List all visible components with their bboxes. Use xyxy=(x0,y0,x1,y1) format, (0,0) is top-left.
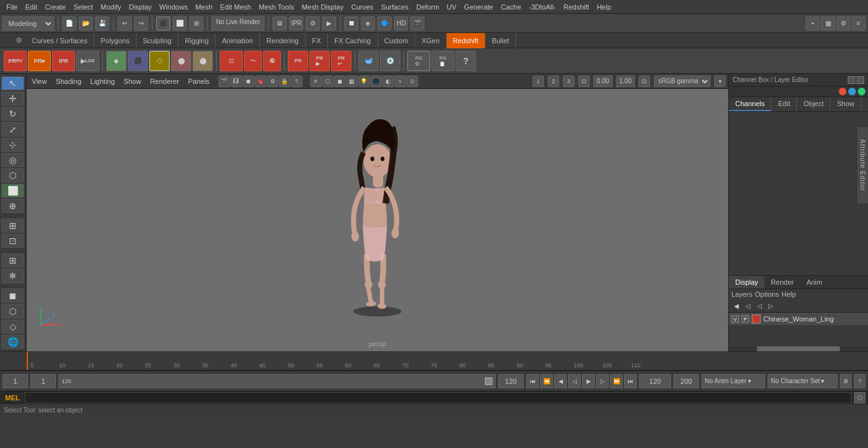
ch-tab-object[interactable]: Object xyxy=(797,97,831,111)
prev-frame-btn[interactable]: ◀ xyxy=(554,374,567,388)
vp-dof-icon[interactable]: ⊙ xyxy=(407,76,418,87)
vp-camera-icon[interactable]: 🎬 xyxy=(219,76,230,87)
resolution-btn[interactable]: HD xyxy=(394,17,408,31)
total-frames-field[interactable] xyxy=(674,374,699,388)
rs-ipr-btn[interactable]: IPR xyxy=(52,51,75,71)
select-mode-btn[interactable]: ⬛ xyxy=(156,17,170,31)
vp-wireframe-icon[interactable]: ⬡ xyxy=(322,76,334,87)
vp-bookmark-icon[interactable]: 🔖 xyxy=(255,76,266,87)
layer-options-btn[interactable]: ▷ xyxy=(766,301,776,311)
layer-move-up-btn[interactable]: ◁ xyxy=(754,301,764,311)
shape-tool-1[interactable]: ◆ xyxy=(106,51,126,71)
pr-btn1[interactable]: PR xyxy=(288,51,308,71)
select-tool-btn[interactable]: ↖ xyxy=(1,76,24,90)
new-file-btn[interactable]: 📄 xyxy=(62,17,76,31)
vp-menu-panels[interactable]: Panels xyxy=(186,78,212,85)
camera-display[interactable]: 🎬 xyxy=(410,17,424,31)
redo-btn[interactable]: ↪ xyxy=(134,17,148,31)
rs-log-btn[interactable]: ▶LOG xyxy=(76,51,99,71)
tab-polygons[interactable]: Polygons xyxy=(94,33,136,48)
menu-deform[interactable]: Deform xyxy=(412,3,443,11)
preferences-btn[interactable]: ⚙ xyxy=(840,374,851,388)
tab-rendering[interactable]: Rendering xyxy=(260,33,306,48)
ch-tab-display[interactable]: Display xyxy=(729,276,764,288)
outliner-toggle[interactable]: ≡ xyxy=(851,17,865,31)
rs-help-btn[interactable]: ? xyxy=(456,51,476,71)
attribute-editor-toggle[interactable]: ▦ xyxy=(821,17,835,31)
menu-mesh-display[interactable]: Mesh Display xyxy=(298,3,348,11)
shape-tool-4[interactable]: ⬤ xyxy=(171,51,191,71)
menu-modify[interactable]: Modify xyxy=(97,3,125,11)
rs-icon2[interactable]: RS📋 xyxy=(431,51,454,71)
universal-tool-btn[interactable]: ⊹ xyxy=(1,138,24,152)
rs-render-btn1[interactable]: PRRV xyxy=(4,51,27,71)
snap-to-grid[interactable]: ⊞ xyxy=(189,17,203,31)
vp-quality3[interactable]: 3 xyxy=(563,76,574,87)
freeze-transform-btn[interactable]: ❄ xyxy=(1,269,24,283)
show-manipulator-btn[interactable]: ⊞ xyxy=(1,219,24,233)
last-frame-btn[interactable]: ⏭ xyxy=(624,374,637,388)
tool-settings-toggle[interactable]: ⚙ xyxy=(836,17,850,31)
create-primitive-btn[interactable]: ◼ xyxy=(1,288,24,302)
layer-playback-btn[interactable]: P xyxy=(742,315,749,323)
pr-btn2[interactable]: PR▶ xyxy=(309,51,330,71)
color-dot-red[interactable] xyxy=(839,88,846,95)
vp-ao-icon[interactable]: ◐ xyxy=(383,76,394,87)
render-view-btn[interactable]: 🖥 xyxy=(273,17,287,31)
character-set-dropdown[interactable]: No Character Set ▾ xyxy=(768,374,837,388)
play-fwd-btn[interactable]: ▶ xyxy=(582,374,595,388)
gamma-select[interactable]: sRGB gamma Linear xyxy=(654,76,710,87)
viewport[interactable]: View Shading Lighting Show Renderer Pane… xyxy=(27,74,728,351)
vp-menu-show[interactable]: Show xyxy=(121,78,144,85)
menu-mesh-tools[interactable]: Mesh Tools xyxy=(255,3,297,11)
vp-light-icon[interactable]: 💡 xyxy=(358,76,370,87)
menu-select[interactable]: Select xyxy=(70,3,97,11)
tab-curves-surfaces[interactable]: Curves / Surfaces xyxy=(25,33,94,48)
timeline[interactable]: 5 10 15 20 25 30 35 40 45 50 55 60 65 70… xyxy=(0,351,868,370)
vp-record-icon[interactable]: ⏺ xyxy=(243,76,254,87)
ch-tab-render[interactable]: Render xyxy=(764,276,800,288)
render-settings-btn[interactable]: ⚙ xyxy=(306,17,320,31)
extrude-btn[interactable]: ⬡ xyxy=(1,304,24,318)
tab-sculpting[interactable]: Sculpting xyxy=(137,33,179,48)
max-frame-field[interactable] xyxy=(639,374,671,388)
menu-file[interactable]: File xyxy=(3,3,22,11)
tab-fx[interactable]: FX xyxy=(306,33,328,48)
menu-3dtoall[interactable]: -3DtoAll- xyxy=(525,3,560,11)
menu-surfaces[interactable]: Surfaces xyxy=(377,3,412,11)
layer-visibility-btn[interactable]: V xyxy=(731,315,739,323)
shape-tool-3[interactable]: ⬡ xyxy=(149,51,170,71)
range-start-field[interactable] xyxy=(31,374,56,388)
tab-rigging[interactable]: Rigging xyxy=(179,33,215,48)
layer-add-btn[interactable]: ◀ xyxy=(731,301,742,311)
move-pivot-btn[interactable]: ⊕ xyxy=(1,199,24,213)
layers-scrollbar-thumb[interactable] xyxy=(757,346,840,351)
vp-help-icon[interactable]: ? xyxy=(291,76,302,87)
bevel-btn[interactable]: ◇ xyxy=(1,320,24,334)
shape-tool-5[interactable]: ⬤ xyxy=(193,51,213,71)
tab-custom[interactable]: Custom xyxy=(378,33,416,48)
panel-close-btn[interactable] xyxy=(857,76,864,84)
shape-tool-2[interactable]: ⬛ xyxy=(128,51,148,71)
layers-menu-layers[interactable]: Layers xyxy=(731,290,752,298)
range-bar-thumb[interactable] xyxy=(485,377,492,385)
play-back-btn[interactable]: ◁ xyxy=(568,374,581,388)
save-file-btn[interactable]: 💾 xyxy=(95,17,109,31)
curve-tool-2[interactable]: 〜 xyxy=(244,51,262,71)
cmd-script-editor-btn[interactable]: ⬡ xyxy=(854,392,865,404)
menu-help[interactable]: Help xyxy=(593,3,615,11)
ch-tab-show[interactable]: Show xyxy=(831,97,862,111)
snap-grid-btn[interactable]: ⊞ xyxy=(1,254,24,268)
vp-isolate-select[interactable]: ⊡ xyxy=(578,76,590,87)
soft-select-btn[interactable]: ◎ xyxy=(1,153,24,167)
channel-box-toggle[interactable]: ▪ xyxy=(806,17,820,31)
ch-tab-channels[interactable]: Channels xyxy=(729,97,771,111)
tab-bullet[interactable]: Bullet xyxy=(485,33,517,48)
curve-tool-1[interactable]: ⊡ xyxy=(220,51,243,71)
undo-btn[interactable]: ↩ xyxy=(118,17,132,31)
ch-tab-anim[interactable]: Anim xyxy=(800,276,829,288)
vp-quality2[interactable]: 2 xyxy=(548,76,559,87)
vp-menu-shading[interactable]: Shading xyxy=(53,78,84,85)
ipr-btn[interactable]: IPR xyxy=(289,17,303,31)
tabs-gear[interactable]: ⚙ xyxy=(13,33,25,48)
